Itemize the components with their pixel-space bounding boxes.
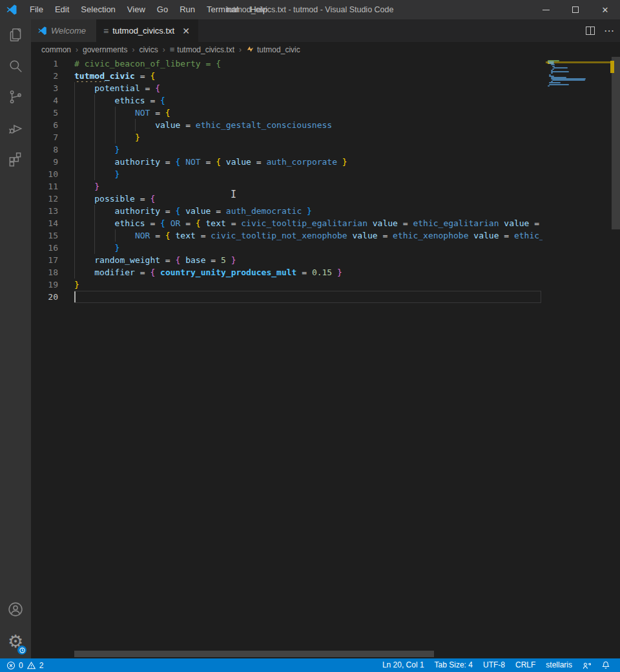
code-line-6[interactable]: 6value = ethic_gestalt_consciousness xyxy=(31,119,542,131)
breadcrumb-item-tutmod-civics-txt[interactable]: ≡tutmod_civics.txt xyxy=(170,45,234,54)
symbol-icon xyxy=(246,45,254,54)
tab-close-icon[interactable]: ✕ xyxy=(181,26,191,36)
token-op: = xyxy=(150,108,165,118)
mouse-ibeam-cursor: I xyxy=(230,189,237,199)
minimap-line xyxy=(551,71,570,72)
code-line-text: } xyxy=(74,242,542,254)
indent-guide xyxy=(74,242,94,254)
code-line-10[interactable]: 10} xyxy=(31,168,542,180)
code-line-12[interactable]: 12possible = { xyxy=(31,193,542,205)
title-bar: FileEditSelectionViewGoRunTerminalHelp t… xyxy=(0,0,620,19)
code-line-14[interactable]: 14ethics = { OR = { text = civic_tooltip… xyxy=(31,217,542,229)
account-icon[interactable] xyxy=(0,594,31,625)
line-col-indicator[interactable]: Ln 20, Col 1 xyxy=(377,658,429,672)
token-op: = xyxy=(206,255,221,265)
code-line-20[interactable]: 20 xyxy=(31,291,542,303)
token-op: = xyxy=(180,120,195,130)
tab-tutmod-civics-txt[interactable]: ≡tutmod_civics.txt✕ xyxy=(97,19,198,42)
settings-gear-icon[interactable]: ⚙ xyxy=(0,625,31,658)
menu-selection[interactable]: Selection xyxy=(75,0,121,19)
eol-indicator[interactable]: CRLF xyxy=(510,658,541,672)
vertical-scrollbar-slider[interactable] xyxy=(612,57,620,229)
code-line-19[interactable]: 19} xyxy=(31,278,542,291)
breadcrumb-label: civics xyxy=(139,45,158,54)
code-line-11[interactable]: 11} xyxy=(31,180,542,193)
code-line-4[interactable]: 4ethics = { xyxy=(31,94,542,107)
split-editor-icon[interactable] xyxy=(586,26,595,35)
search-icon[interactable] xyxy=(0,50,31,81)
token-val: ethic_xenophobe xyxy=(393,231,468,240)
code-line-2[interactable]: 2tutmod_civic = { xyxy=(31,70,542,82)
code-line-18[interactable]: 18modifier = { country_unity_produces_mu… xyxy=(31,266,542,278)
token-b0: { xyxy=(216,157,221,167)
close-icon: ✕ xyxy=(602,5,609,15)
breadcrumb-item-governments[interactable]: governments xyxy=(83,45,127,54)
code-line-17[interactable]: 17random_weight = { base = 5 } xyxy=(31,254,542,266)
code-line-3[interactable]: 3potential = { xyxy=(31,82,542,94)
breadcrumb-label: common xyxy=(41,45,71,54)
token-key: authority xyxy=(115,206,160,216)
indent-guide xyxy=(74,205,94,217)
minimap-line xyxy=(548,85,550,87)
breadcrumb-separator-icon: › xyxy=(163,45,165,54)
code-line-9[interactable]: 9authority = { NOT = { value = auth_corp… xyxy=(31,156,542,168)
menu-go[interactable]: Go xyxy=(151,0,174,19)
code-line-5[interactable]: 5NOT = { xyxy=(31,107,542,119)
menu-run[interactable]: Run xyxy=(174,0,201,19)
line-number: 7 xyxy=(31,131,74,143)
code-line-text: NOT = { xyxy=(74,107,542,119)
notifications-bell-icon[interactable] xyxy=(597,660,615,670)
token-key: value xyxy=(226,157,251,167)
problems-indicator[interactable]: 0 2 xyxy=(6,661,43,670)
explorer-icon[interactable] xyxy=(0,19,31,50)
warning-count: 2 xyxy=(39,661,44,670)
file-icon: ≡ xyxy=(103,26,108,36)
line-number: 13 xyxy=(31,205,74,217)
token-val: ethic_fa xyxy=(514,231,542,240)
vertical-scrollbar[interactable] xyxy=(610,57,620,658)
more-actions-icon[interactable]: ⋯ xyxy=(604,25,615,37)
indent-guide xyxy=(94,229,114,242)
menu-view[interactable]: View xyxy=(121,0,151,19)
tab-welcome[interactable]: Welcome xyxy=(31,19,97,42)
language-mode-indicator[interactable]: stellaris xyxy=(541,658,577,672)
run-debug-icon[interactable] xyxy=(0,112,31,143)
file-icon: ≡ xyxy=(170,45,175,54)
line-number: 2 xyxy=(31,70,74,82)
breadcrumb-item-tutmod-civic[interactable]: tutmod_civic xyxy=(246,45,300,54)
indent-guide xyxy=(74,131,94,143)
feedback-icon[interactable] xyxy=(577,661,597,670)
token-op: = xyxy=(160,157,175,167)
editor-actions: ⋯ xyxy=(586,19,615,42)
warning-icon xyxy=(26,661,36,670)
token-val: civic_tooltip_egalitarian xyxy=(241,218,367,228)
source-control-icon[interactable] xyxy=(0,81,31,112)
error-icon xyxy=(6,661,16,670)
code-line-8[interactable]: 8} xyxy=(31,143,542,156)
line-number: 3 xyxy=(31,82,74,94)
menu-file[interactable]: File xyxy=(24,0,49,19)
close-button[interactable]: ✕ xyxy=(590,0,620,19)
menu-edit[interactable]: Edit xyxy=(49,0,75,19)
line-number: 9 xyxy=(31,156,74,168)
breadcrumb-separator-icon: › xyxy=(132,45,134,54)
breadcrumb-item-civics[interactable]: civics xyxy=(139,45,158,54)
line-number: 20 xyxy=(31,291,74,303)
code-line-7[interactable]: 7} xyxy=(31,131,542,143)
horizontal-scrollbar[interactable] xyxy=(74,651,434,657)
minimize-button[interactable] xyxy=(531,0,561,19)
code-line-13[interactable]: 13authority = { value = auth_democratic … xyxy=(31,205,542,217)
code-line-text: modifier = { country_unity_produces_mult… xyxy=(74,266,542,278)
breadcrumb-item-common[interactable]: common xyxy=(41,45,71,54)
encoding-indicator[interactable]: UTF-8 xyxy=(478,658,510,672)
code-editor[interactable]: 1# civic_beacon_of_liberty = {2tutmod_ci… xyxy=(31,57,620,658)
minimap[interactable] xyxy=(546,57,610,658)
token-val: auth_corporate xyxy=(266,157,337,167)
tab-size-indicator[interactable]: Tab Size: 4 xyxy=(429,658,478,672)
token-key: value xyxy=(352,231,377,240)
maximize-button[interactable] xyxy=(561,0,590,19)
extensions-icon[interactable] xyxy=(0,143,31,174)
code-line-16[interactable]: 16} xyxy=(31,242,542,254)
code-line-15[interactable]: 15NOR = { text = civic_tooltip_not_xenop… xyxy=(31,229,542,242)
code-line-1[interactable]: 1# civic_beacon_of_liberty = { xyxy=(31,58,542,70)
